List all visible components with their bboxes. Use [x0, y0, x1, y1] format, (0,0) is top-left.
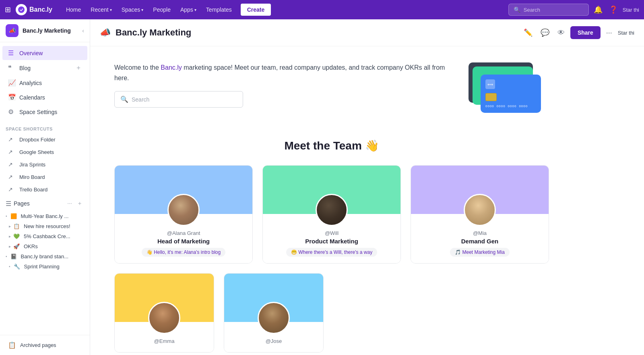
space-name: Banc.ly Marketing — [23, 27, 78, 34]
edit-icon[interactable]: ✏️ — [521, 26, 535, 39]
sidebar-header: 📣 Banc.ly Marketing ‹ — [0, 19, 90, 42]
logo[interactable]: Banc.ly — [16, 4, 52, 15]
nav-recent[interactable]: Recent ▾ — [87, 4, 116, 15]
meet-team-section: Meet the Team 👋 — [114, 139, 549, 152]
meet-team-title: Meet the Team 👋 — [114, 139, 549, 152]
main-content: 📣 Banc.ly Marketing ✏️ 💬 👁 Share ··· Sta… — [90, 19, 644, 355]
nav-people[interactable]: People — [149, 4, 175, 15]
chip-icon — [485, 93, 497, 101]
external-link-icon: ↗ — [8, 136, 15, 143]
sidebar-settings-label: Space Settings — [19, 109, 57, 115]
shortcut-miro[interactable]: ↗ Miro Board — [2, 171, 87, 183]
pages-label: Pages — [14, 200, 63, 207]
link-alana[interactable]: 👋 Hello, it's me: Alana's intro blog — [142, 248, 225, 257]
hero-link[interactable]: Banc.ly — [161, 64, 182, 71]
team-card-will: @Will Product Marketing 😁 Where there's … — [262, 165, 401, 264]
space-settings-icon: ⚙ — [8, 108, 15, 116]
shortcut-dropbox[interactable]: ↗ Dropbox Folder — [2, 133, 87, 145]
page-search-box[interactable]: 🔍 Search — [114, 91, 243, 108]
page-title-cashback: 5% Cashback Cre... — [24, 233, 70, 239]
handle-alana: @Alana Grant — [121, 230, 246, 236]
card-bg-mia — [411, 166, 549, 214]
link-mia[interactable]: 🎵 Meet Marketing Mia — [450, 248, 510, 257]
list-item[interactable]: • 🟧 Multi-Year Banc.ly ... — [0, 211, 90, 221]
dropbox-label: Dropbox Folder — [19, 137, 56, 143]
nav-templates[interactable]: Templates — [202, 4, 236, 15]
shortcut-jira[interactable]: ↗ Jira Sprints — [2, 158, 87, 170]
external-link-icon-5: ↗ — [8, 186, 15, 193]
card-blue: ⟺ 0000 0000 0000 0000 — [481, 75, 541, 113]
create-button[interactable]: Create — [241, 4, 271, 16]
jira-label: Jira Sprints — [19, 162, 45, 168]
sidebar-item-blog[interactable]: ❝ Blog ＋ — [2, 60, 87, 75]
nav-spaces[interactable]: Spaces ▾ — [118, 4, 148, 15]
list-item[interactable]: • 📓 Banc.ly brand stan... — [0, 251, 90, 262]
watch-icon[interactable]: 👁 — [555, 26, 567, 39]
shortcuts-section-label: SPACE SHORTCUTS — [0, 122, 90, 133]
miro-label: Miro Board — [19, 174, 45, 180]
avatar-mia — [464, 194, 496, 226]
card-bg-will — [263, 166, 400, 214]
list-item[interactable]: • 🔧 Sprint Planning — [0, 262, 90, 272]
share-button[interactable]: Share — [570, 26, 601, 39]
name-mia: Demand Gen — [417, 238, 542, 245]
global-search-box[interactable]: 🔍 Search — [508, 4, 589, 16]
external-link-icon-3: ↗ — [8, 161, 15, 168]
page-title-multi-year: Multi-Year Banc.ly ... — [21, 213, 69, 219]
team-card-mia: @Mia Demand Gen 🎵 Meet Marketing Mia — [411, 165, 549, 264]
handle-mia: @Mia — [417, 230, 542, 236]
more-options-icon[interactable]: ··· — [604, 26, 615, 39]
collapse-sidebar-icon[interactable]: ‹ — [82, 27, 84, 34]
sidebar-item-space-settings[interactable]: ⚙ Space Settings — [2, 105, 87, 119]
archived-pages-item[interactable]: 📋 Archived pages — [2, 338, 87, 352]
sidebar-item-calendars[interactable]: 📅 Calendars — [2, 90, 87, 104]
grid-icon[interactable]: ⊞ — [5, 5, 11, 14]
avatar-emma — [148, 302, 180, 334]
analytics-icon: 📈 — [8, 79, 15, 87]
top-navigation: ⊞ Banc.ly Home Recent ▾ Spaces ▾ People … — [0, 0, 644, 19]
space-shortcuts: ↗ Dropbox Folder ↗ Google Sheets ↗ Jira … — [0, 133, 90, 196]
card-illustration: ⟺ 0000 0000 0000 0000 — [469, 62, 549, 119]
team-grid-row2: @Emma @Jose — [114, 273, 324, 353]
svg-point-0 — [18, 6, 25, 13]
team-card-alana: @Alana Grant Head of Marketing 👋 Hello, … — [114, 165, 253, 264]
trello-label: Trello Board — [19, 187, 47, 193]
sheets-label: Google Sheets — [19, 149, 54, 155]
nav-apps[interactable]: Apps ▾ — [176, 4, 200, 15]
page-header-actions: ✏️ 💬 👁 Share ··· Star thi — [521, 26, 634, 39]
sidebar-item-analytics[interactable]: 📈 Analytics — [2, 76, 87, 90]
blog-icon: ❝ — [8, 64, 15, 72]
card-numbers: 0000 0000 0000 0000 — [485, 104, 536, 108]
logo-text: Banc.ly — [29, 6, 52, 13]
page-title-sprint: Sprint Planning — [24, 264, 60, 270]
handle-emma: @Emma — [121, 338, 207, 344]
link-will[interactable]: 😁 Where there's a Will, there's a way — [286, 248, 377, 257]
star-this-button[interactable]: Star thi — [623, 7, 639, 13]
list-item[interactable]: ▸ 🚀 OKRs — [0, 241, 90, 251]
page-title: Banc.ly Marketing — [116, 27, 516, 38]
sidebar: 📣 Banc.ly Marketing ‹ ☰ Overview ❝ Blog … — [0, 19, 90, 355]
nav-right: 🔍 Search 🔔 ❓ Star thi — [508, 4, 639, 16]
sidebar-item-overview[interactable]: ☰ Overview — [2, 46, 87, 60]
search-icon: 🔍 — [120, 95, 128, 103]
nav-home[interactable]: Home — [62, 4, 85, 15]
team-card-jose: @Jose — [224, 273, 324, 353]
shortcut-google-sheets[interactable]: ↗ Google Sheets — [2, 146, 87, 158]
shortcut-trello[interactable]: ↗ Trello Board — [2, 183, 87, 195]
sidebar-analytics-label: Analytics — [19, 80, 42, 86]
help-icon[interactable]: ❓ — [607, 4, 619, 16]
sidebar-blog-label: Blog — [19, 65, 31, 71]
list-item[interactable]: ▸ 📋 New hire resources! — [0, 221, 90, 231]
page-title-new-hire: New hire resources! — [24, 223, 70, 229]
hero-illustration: ⟺ 0000 0000 0000 0000 — [469, 62, 549, 119]
pages-add-icon[interactable]: ＋ — [75, 199, 84, 208]
pages-more-icon[interactable]: ··· — [66, 199, 74, 208]
add-blog-icon[interactable]: ＋ — [75, 64, 82, 72]
list-item[interactable]: ▸ 💚 5% Cashback Cre... — [0, 231, 90, 241]
star-page-button[interactable]: Star thi — [618, 30, 634, 36]
avatar-alana — [167, 194, 200, 226]
comment-icon[interactable]: 💬 — [538, 26, 552, 39]
hero-section: Welcome to the Banc.ly marketing space! … — [114, 62, 549, 119]
notification-icon[interactable]: 🔔 — [592, 4, 604, 16]
avatar-jose — [258, 302, 290, 334]
